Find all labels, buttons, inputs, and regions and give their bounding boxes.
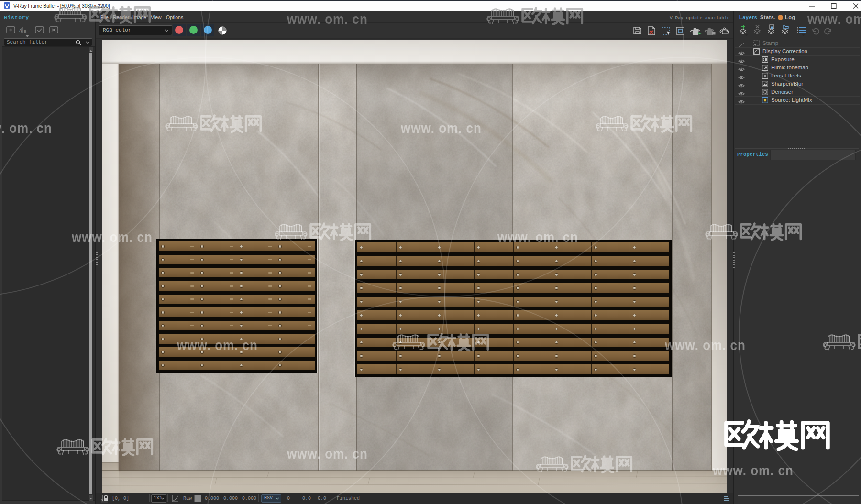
svg-text:A: A [19,28,22,33]
svg-text:B: B [24,29,26,33]
